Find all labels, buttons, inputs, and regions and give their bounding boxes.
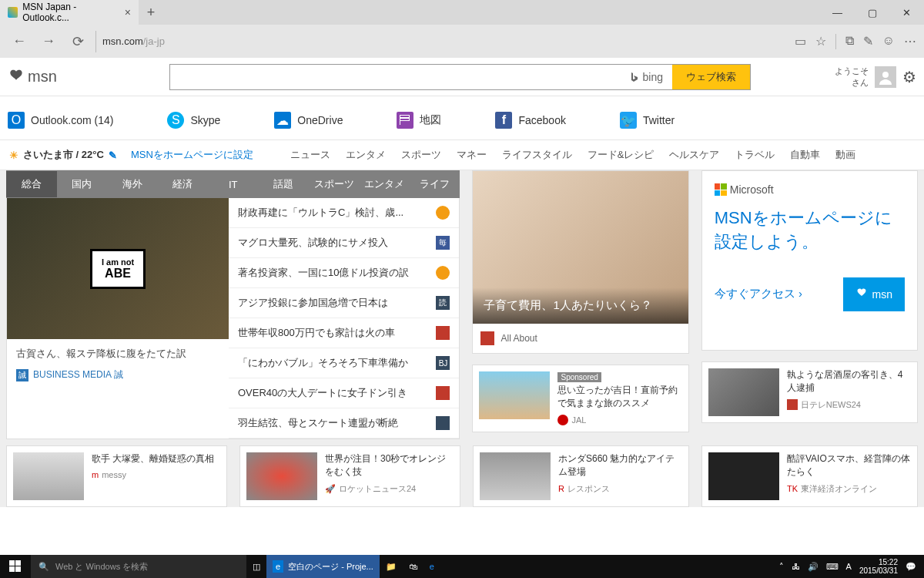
- card[interactable]: 世界が注目！30秒でオレンジをむく技🚀 ロケットニュース24: [239, 445, 460, 507]
- mini-card-sponsored[interactable]: Sponsored 思い立ったが吉日！直前予約で気ままな旅のススメ JAL: [472, 365, 688, 432]
- tab-kokunai[interactable]: 国内: [57, 171, 108, 197]
- category-links: ニュース エンタメ スポーツ マネー ライフスタイル フード&レシピ ヘルスケア…: [290, 148, 856, 162]
- sun-icon: ☀: [9, 150, 18, 161]
- cat-food[interactable]: フード&レシピ: [588, 148, 654, 162]
- cat-video[interactable]: 動画: [835, 148, 855, 162]
- forward-button[interactable]: →: [37, 30, 60, 53]
- cat-health[interactable]: ヘルスケア: [669, 148, 719, 162]
- headline-item[interactable]: 世帯年収800万円でも家計は火の車: [229, 318, 459, 348]
- hero-image: I am not ABE: [7, 198, 229, 339]
- nav-bar: ← → ⟳ msn.com/ja-jp ▭ ☆ ⧉ ✎ ☺ ⋯: [0, 25, 924, 58]
- network-icon[interactable]: 🖧: [792, 562, 800, 571]
- msn-header: msn bing ウェブ検索 ようこそ さん ⚙: [0, 58, 924, 96]
- headline-item[interactable]: 羽生結弦、母とスケート連盟が断絶: [229, 408, 459, 439]
- notifications-icon[interactable]: 💬: [906, 562, 916, 572]
- tab-wadai[interactable]: 話題: [259, 171, 310, 197]
- edit-icon[interactable]: ✎: [109, 150, 117, 161]
- gear-icon[interactable]: ⚙: [902, 68, 916, 86]
- headline-item[interactable]: 財政再建に「ウルトラC」検討、歳...: [229, 198, 459, 228]
- cat-lifestyle[interactable]: ライフスタイル: [502, 148, 572, 162]
- ql-twitter[interactable]: 🐦Twitter: [620, 112, 675, 129]
- new-tab-button[interactable]: +: [139, 5, 163, 21]
- tab-keizai[interactable]: 経済: [158, 171, 209, 197]
- mini-card[interactable]: 執ような居酒屋の客引き、4人逮捕 日テレNEWS24: [701, 361, 918, 423]
- source-badge: 誠: [16, 369, 28, 381]
- promo-link[interactable]: 今すぐアクセス ›: [715, 287, 802, 301]
- maps-icon: ⛿: [397, 112, 413, 129]
- person-icon: [878, 69, 893, 85]
- card[interactable]: 酷評VAIOスマホ、経営陣の体たらくTK 東洋経済オンライン: [701, 445, 918, 507]
- close-button[interactable]: ✕: [889, 1, 924, 24]
- cat-sports[interactable]: スポーツ: [401, 148, 441, 162]
- headline-item[interactable]: OVER40の大人デートに女子ドン引き: [229, 378, 459, 408]
- star-icon[interactable]: ☆: [815, 34, 826, 49]
- source-icon: 読: [436, 296, 450, 310]
- headline-item[interactable]: マグロ大量死、試験的にサメ投入毎: [229, 228, 459, 258]
- cat-auto[interactable]: 自動車: [790, 148, 820, 162]
- taskbar-search[interactable]: 🔍 Web と Windows を検索: [31, 555, 246, 578]
- feedback-icon[interactable]: ☺: [882, 34, 895, 49]
- ime-indicator[interactable]: A: [846, 562, 852, 571]
- search-input[interactable]: [170, 71, 620, 83]
- mini-source: 日テレNEWS24: [787, 399, 911, 411]
- tab-entame[interactable]: エンタメ: [360, 171, 410, 197]
- reading-icon[interactable]: ▭: [795, 34, 806, 49]
- browser-tab[interactable]: MSN Japan - Outlook.c... ×: [0, 0, 139, 25]
- homepage-link[interactable]: MSNをホームページに設定: [131, 148, 253, 162]
- cat-money[interactable]: マネー: [457, 148, 487, 162]
- task-view-button[interactable]: ◫: [246, 555, 266, 578]
- taskbar-ie[interactable]: e: [424, 555, 440, 578]
- tab-sports[interactable]: スポーツ: [309, 171, 360, 197]
- headline-item[interactable]: 「にわかバブル」そろそろ下車準備かBJ: [229, 348, 459, 378]
- card[interactable]: 歌手 大塚愛、離婚疑惑の真相m messy: [6, 445, 227, 507]
- headline-item[interactable]: アジア投銀に参加国急増で日本は読: [229, 288, 459, 318]
- tab-sougou[interactable]: 総合: [6, 171, 57, 197]
- msn-logo[interactable]: msn: [8, 68, 169, 86]
- taskbar-app-project[interactable]: e 空白のページ - Proje...: [266, 555, 380, 578]
- search-button[interactable]: ウェブ検索: [672, 65, 750, 89]
- tab-close-icon[interactable]: ×: [125, 6, 131, 18]
- taskbar-explorer[interactable]: 📁: [380, 555, 403, 578]
- hub-icon[interactable]: ⧉: [845, 34, 854, 49]
- cat-news[interactable]: ニュース: [290, 148, 330, 162]
- cat-travel[interactable]: トラベル: [735, 148, 775, 162]
- nav-icons: ▭ ☆ ⧉ ✎ ☺ ⋯: [795, 34, 916, 49]
- more-icon[interactable]: ⋯: [904, 34, 916, 49]
- promo-button[interactable]: msn: [843, 277, 905, 311]
- ql-maps[interactable]: ⛿地図: [397, 112, 441, 129]
- news-tabs: 総合 国内 海外 経済 IT 話題 スポーツ エンタメ ライフ: [6, 170, 460, 198]
- minimize-button[interactable]: —: [820, 1, 855, 24]
- clock[interactable]: 15:22 2015/03/31: [859, 558, 898, 575]
- feature-image: 子育て費用、1人あたりいくら？: [473, 171, 688, 324]
- tab-title: MSN Japan - Outlook.c...: [22, 2, 120, 23]
- taskbar-store[interactable]: 🛍: [403, 555, 424, 578]
- card[interactable]: ホンダS660 魅力的なアイテム登場R レスポンス: [473, 445, 689, 507]
- cat-entertainment[interactable]: エンタメ: [346, 148, 386, 162]
- feature-card[interactable]: 子育て費用、1人あたりいくら？ All About: [472, 170, 688, 354]
- ql-onedrive[interactable]: ☁OneDrive: [274, 112, 343, 129]
- tab-kaigai[interactable]: 海外: [107, 171, 158, 197]
- window-controls: — ▢ ✕: [820, 1, 924, 24]
- keyboard-icon[interactable]: ⌨: [826, 562, 839, 572]
- tab-life[interactable]: ライフ: [410, 171, 460, 197]
- headline-item[interactable]: 著名投資家、一国に10億ドル投資の訳: [229, 258, 459, 288]
- maximize-button[interactable]: ▢: [855, 1, 889, 24]
- search-box: bing ウェブ検索: [169, 64, 751, 90]
- volume-icon[interactable]: 🔊: [808, 562, 819, 572]
- note-icon[interactable]: ✎: [863, 34, 873, 49]
- ql-facebook[interactable]: fFacebook: [495, 112, 565, 129]
- hero-left[interactable]: I am not ABE 古賀さん、報ステ降板に腹をたてた訳 誠 BUSINES…: [7, 198, 229, 439]
- ql-outlook[interactable]: OOutlook.com (14): [8, 112, 113, 129]
- tab-it[interactable]: IT: [208, 173, 259, 197]
- weather[interactable]: ☀ さいたま市 / 22°C ✎: [9, 148, 117, 162]
- ql-skype[interactable]: SSkype: [167, 112, 220, 129]
- bing-icon: [629, 72, 640, 82]
- avatar[interactable]: [875, 66, 896, 88]
- source-icon: 毎: [436, 236, 450, 250]
- refresh-button[interactable]: ⟳: [66, 30, 89, 53]
- promo-cta: 今すぐアクセス › msn: [715, 277, 905, 311]
- start-button[interactable]: [0, 555, 31, 578]
- tray-up-icon[interactable]: ˄: [779, 562, 784, 572]
- url-bar[interactable]: msn.com/ja-jp: [95, 31, 788, 52]
- back-button[interactable]: ←: [8, 30, 31, 53]
